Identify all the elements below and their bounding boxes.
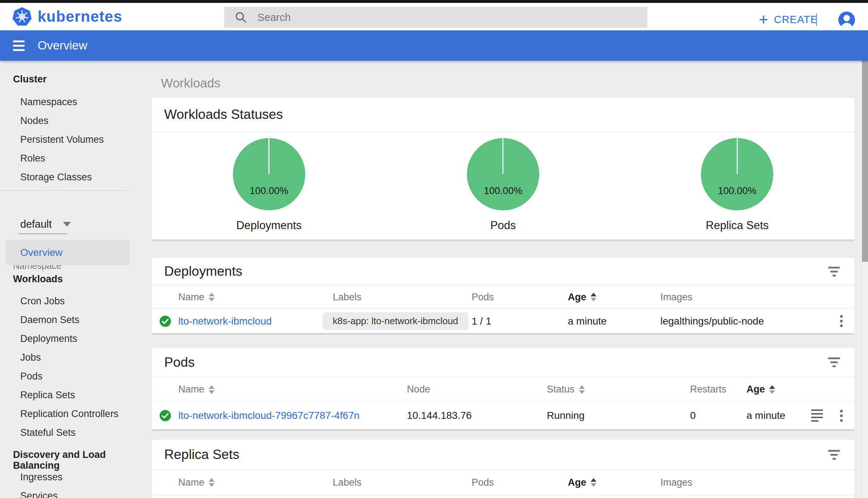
sidebar-item-replica-sets[interactable]: Replica Sets <box>20 390 75 400</box>
sidebar-item-replication-controllers[interactable]: Replication Controllers <box>20 408 119 419</box>
column-header-status[interactable]: Status <box>547 384 690 395</box>
filter-icon[interactable] <box>826 265 842 279</box>
status-ok-icon <box>159 409 171 422</box>
statuses-card-title: Workloads Statuses <box>164 107 283 122</box>
replica-sets-card: Replica Sets Name Labels Pods Age Images <box>152 439 854 498</box>
search-icon <box>234 11 247 24</box>
sidebar-item-stateful-sets[interactable]: Stateful Sets <box>20 427 76 438</box>
column-header-labels: Labels <box>333 292 472 303</box>
pods-pie-chart[interactable]: 100.00% <box>467 138 539 210</box>
label-chip[interactable]: k8s-app: lto-network-ibmcloud <box>323 312 468 330</box>
pods-status-chart: 100.00% Pods <box>386 132 620 239</box>
pod-age-value: a minute <box>746 410 810 421</box>
column-header-restarts: Restarts <box>690 384 746 395</box>
column-header-labels: Labels <box>333 477 472 488</box>
sort-icon <box>579 385 585 394</box>
scrollbar-thumb[interactable] <box>862 61 868 262</box>
column-header-age[interactable]: Age <box>568 477 660 488</box>
pie-slice-line <box>502 138 503 174</box>
sidebar-header-discovery: Discovery and Load Balancing <box>13 449 130 471</box>
deployment-pods-value: 1 / 1 <box>472 315 568 327</box>
deployments-card-title: Deployments <box>164 264 242 279</box>
main-content: Workloads Workloads Statuses 100.00% Dep… <box>152 61 854 498</box>
appbar: Overview <box>0 30 868 61</box>
page-title: Workloads <box>161 76 221 90</box>
filter-icon[interactable] <box>826 448 842 462</box>
pod-status-value: Running <box>547 410 690 421</box>
column-header-age[interactable]: Age <box>746 384 810 395</box>
sidebar-item-namespaces[interactable]: Namespaces <box>20 96 77 107</box>
replica-sets-table-header: Name Labels Pods Age Images <box>152 470 854 495</box>
column-header-name[interactable]: Name <box>178 384 407 395</box>
brand-name: kubernetes <box>38 8 122 25</box>
brand[interactable]: kubernetes <box>12 7 122 26</box>
sort-icon <box>209 293 214 301</box>
sidebar-item-deployments[interactable]: Deployments <box>20 333 77 344</box>
deployments-status-chart: 100.00% Deployments <box>152 132 386 239</box>
sidebar-item-jobs[interactable]: Jobs <box>20 352 41 363</box>
sidebar-item-services[interactable]: Services <box>20 490 58 498</box>
menu-icon[interactable] <box>13 40 25 51</box>
sidebar-item-overview[interactable]: Overview <box>6 240 129 265</box>
column-header-pods: Pods <box>472 477 568 488</box>
sort-icon <box>209 385 214 394</box>
replica-sets-pie-chart[interactable]: 100.00% <box>701 138 773 210</box>
pod-name-link[interactable]: lto-network-ibmcloud-79967c7787-4f67n <box>178 410 359 421</box>
sidebar-header-workloads: Workloads <box>13 274 63 284</box>
deployment-row: lto-network-ibmcloud k8s-app: lto-networ… <box>152 309 854 333</box>
deployment-name-link[interactable]: lto-network-ibmcloud <box>178 315 272 327</box>
sidebar-header-cluster: Cluster <box>13 74 47 85</box>
chevron-down-icon <box>63 222 71 227</box>
sidebar-item-cron-jobs[interactable]: Cron Jobs <box>20 296 65 306</box>
plus-icon: + <box>759 12 768 27</box>
namespace-value: default <box>20 218 52 230</box>
pods-card-title: Pods <box>164 355 195 370</box>
sidebar-item-persistent-volumes[interactable]: Persistent Volumes <box>20 134 104 145</box>
column-header-images: Images <box>660 292 810 303</box>
replica-sets-percent: 100.00% <box>701 185 773 197</box>
status-ok-icon <box>159 315 171 327</box>
user-avatar-icon[interactable] <box>838 12 855 28</box>
column-header-age[interactable]: Age <box>568 292 660 303</box>
status-charts: 100.00% Deployments 100.00% Pods 100.00%… <box>152 132 854 239</box>
avatar-shoulders <box>841 23 852 28</box>
deployments-pie-chart[interactable]: 100.00% <box>233 138 305 210</box>
sort-icon-active <box>591 293 596 301</box>
namespace-underline <box>18 233 67 234</box>
sidebar-item-storage-classes[interactable]: Storage Classes <box>20 172 92 183</box>
namespace-select[interactable]: default <box>20 216 71 232</box>
sidebar-item-ingresses[interactable]: Ingresses <box>20 472 63 482</box>
column-header-name[interactable]: Name <box>178 292 333 303</box>
create-button[interactable]: + CREATE <box>759 6 818 33</box>
avatar-head <box>843 15 850 21</box>
scrollbar-track[interactable] <box>862 61 868 498</box>
kubernetes-logo-icon <box>12 7 32 26</box>
column-header-name[interactable]: Name <box>178 477 333 488</box>
column-header-pods: Pods <box>472 292 568 303</box>
pod-node-value: 10.144.183.76 <box>407 410 547 421</box>
deployments-table-header: Name Labels Pods Age Images <box>152 286 854 309</box>
pod-restarts-value: 0 <box>690 410 746 421</box>
workloads-statuses-card: Workloads Statuses 100.00% Deployments 1… <box>152 98 854 240</box>
sidebar-item-pods[interactable]: Pods <box>20 371 43 382</box>
filter-icon[interactable] <box>826 355 842 369</box>
deployments-chart-label: Deployments <box>236 219 302 232</box>
search-bar <box>224 7 647 28</box>
deployment-images-value: legalthings/public-node <box>660 315 810 327</box>
logs-icon[interactable] <box>811 409 823 422</box>
replica-sets-status-chart: 100.00% Replica Sets <box>620 132 854 239</box>
row-menu-icon[interactable] <box>839 408 844 423</box>
pie-slice-line <box>737 138 738 174</box>
search-input[interactable] <box>258 12 647 23</box>
sidebar-item-daemon-sets[interactable]: Daemon Sets <box>20 314 80 325</box>
row-menu-icon[interactable] <box>839 314 844 329</box>
sidebar-item-nodes[interactable]: Nodes <box>20 115 48 126</box>
replica-sets-chart-label: Replica Sets <box>706 219 769 232</box>
appbar-title: Overview <box>38 39 88 52</box>
deployment-age-value: a minute <box>568 315 660 327</box>
column-header-node: Node <box>407 384 547 395</box>
sort-icon-active <box>591 478 596 487</box>
pods-card: Pods Name Node Status Restarts Age lto-n… <box>152 348 854 429</box>
sidebar-item-roles[interactable]: Roles <box>20 153 45 164</box>
sidebar: Cluster Namespaces Nodes Persistent Volu… <box>0 61 130 498</box>
